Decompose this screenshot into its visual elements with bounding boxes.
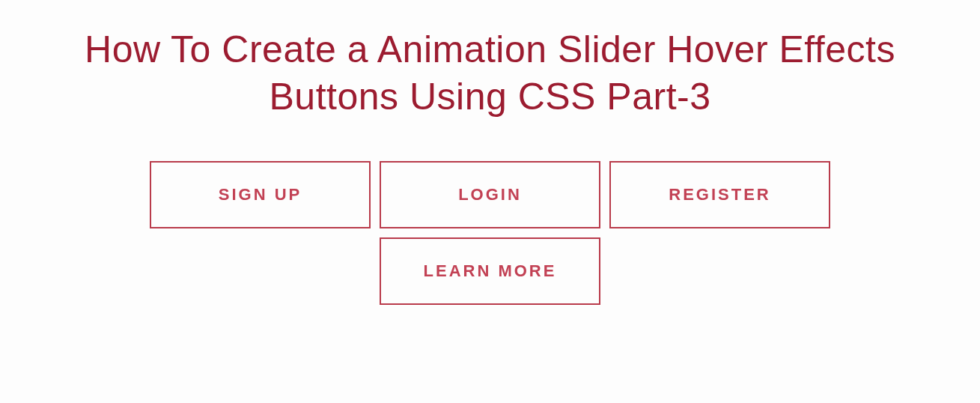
login-button[interactable]: LOGIN — [380, 161, 600, 228]
learnmore-button[interactable]: LEARN MORE — [380, 237, 600, 305]
main-container: How To Create a Animation Slider Hover E… — [41, 26, 940, 305]
button-group: SIGN UP LOGIN REGISTER LEARN MORE — [41, 161, 940, 305]
signup-button[interactable]: SIGN UP — [150, 161, 371, 228]
register-button[interactable]: REGISTER — [609, 161, 830, 228]
page-title: How To Create a Animation Slider Hover E… — [41, 26, 940, 120]
